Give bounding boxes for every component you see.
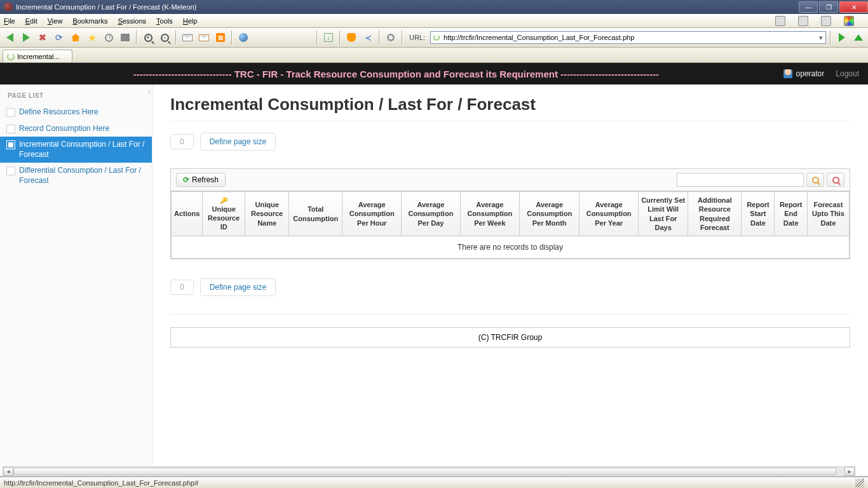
user-icon [783,69,792,78]
tab-spinner-icon [7,53,15,60]
settings-button[interactable] [384,30,398,44]
browser-tab[interactable]: Incremental... [3,50,72,62]
restore-session-icon[interactable] [775,16,785,26]
menu-edit[interactable]: Edit [25,17,37,25]
go-button[interactable] [835,30,849,44]
nav-forward-button[interactable] [19,30,33,44]
tab-bar: Incremental... [0,48,868,63]
close-button[interactable]: ✕ [839,1,868,13]
plugin-icon[interactable] [844,16,854,26]
stop-button[interactable]: ✖ [36,30,50,44]
debug-button[interactable] [344,30,358,44]
compose-button[interactable] [197,30,211,44]
bookmark-button[interactable]: ★ [85,30,99,44]
url-label: URL: [409,34,425,41]
nav-back-button[interactable] [3,30,17,44]
upload-button[interactable] [851,30,865,44]
window-title: Incremental Consumption / Last For / For… [16,3,196,11]
menu-sessions[interactable]: Sessions [118,17,146,25]
banner-text: ------------------------------- TRC - FI… [9,69,783,79]
home-button[interactable] [69,30,83,44]
logout-link[interactable]: Logout [836,69,859,78]
maximize-button[interactable]: ❐ [819,1,838,13]
app-icon [4,3,13,11]
sessions-icon[interactable] [821,16,831,26]
print-button[interactable] [118,30,132,44]
menu-help[interactable]: Help [183,17,198,25]
url-value: http://trcfir/Incremental_Consumption_La… [444,34,634,41]
minimize-button[interactable]: — [799,1,818,13]
window-titlebar: Incremental Consumption / Last For / For… [0,0,868,14]
url-dropdown-icon[interactable]: ▾ [819,34,823,42]
menu-bookmarks[interactable]: Bookmarks [72,17,107,25]
menu-bar: File Edit View Bookmarks Sessions Tools … [0,14,868,28]
url-input[interactable]: http://trcfir/Incremental_Consumption_La… [430,31,826,44]
rss-button[interactable]: ▩ [214,30,227,44]
web-button[interactable] [236,30,250,44]
zoom-in-button[interactable]: + [141,30,155,44]
app-banner: ------------------------------- TRC - FI… [0,63,868,85]
menu-file[interactable]: File [4,17,15,25]
history-button[interactable] [102,30,116,44]
menu-tools[interactable]: Tools [156,17,173,25]
zoom-out-button[interactable]: - [158,30,172,44]
download-button[interactable] [322,30,336,44]
loading-spinner-icon [433,34,440,41]
reload-button[interactable]: ⟳ [52,30,66,44]
tab-label: Incremental... [17,53,60,60]
save-session-icon[interactable] [798,16,808,26]
toolbar: ✖ ⟳ ★ + - ▩ ≺ URL: http://trcfir/Increme… [0,28,868,48]
menu-view[interactable]: View [48,17,63,25]
mail-button[interactable] [180,30,194,44]
share-button[interactable]: ≺ [361,30,375,44]
user-name: operator [796,69,825,78]
